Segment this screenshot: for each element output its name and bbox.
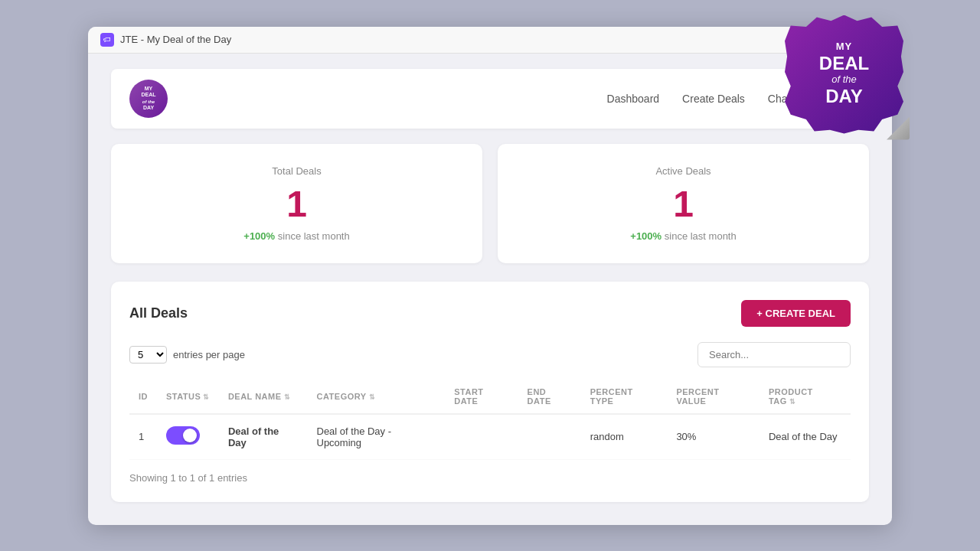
active-deals-value: 1 xyxy=(521,186,846,223)
badge-line4: DAY xyxy=(819,86,869,107)
badge-shape: MY DEAL of the DAY xyxy=(785,15,903,134)
cell-product-tag: Deal of the Day xyxy=(760,414,851,460)
col-deal-name[interactable]: DEAL NAME⇅ xyxy=(219,380,308,414)
cell-start-date xyxy=(445,414,518,460)
col-percent-type: PERCENT TYPE xyxy=(581,380,668,414)
cell-percent-value: 30% xyxy=(667,414,760,460)
total-deals-value: 1 xyxy=(134,186,459,223)
showing-entries: Showing 1 to 1 of 1 entries xyxy=(129,472,851,484)
badge-line3: of the xyxy=(819,74,869,86)
badge-overlay: MY DEAL of the DAY xyxy=(785,15,903,134)
status-toggle[interactable] xyxy=(166,426,200,445)
col-id: ID xyxy=(129,380,157,414)
col-end-date: END DATE xyxy=(518,380,581,414)
active-deals-suffix: since last month xyxy=(665,230,737,242)
deals-header: All Deals + CREATE DEAL xyxy=(129,300,851,327)
total-deals-change: +100% since last month xyxy=(134,230,459,242)
total-deals-label: Total Deals xyxy=(134,165,459,177)
cell-id: 1 xyxy=(129,414,157,460)
col-product-tag[interactable]: PRODUCT TAG⇅ xyxy=(760,380,851,414)
total-deals-percent: +100% xyxy=(243,230,275,242)
create-deal-button[interactable]: + CREATE DEAL xyxy=(741,300,851,327)
title-bar-text: JTE - My Deal of the Day xyxy=(120,34,231,45)
active-deals-change: +100% since last month xyxy=(521,230,846,242)
product-tag-sort-icon: ⇅ xyxy=(789,398,796,406)
col-status[interactable]: STATUS⇅ xyxy=(157,380,219,414)
total-deals-suffix: since last month xyxy=(278,230,350,242)
deals-title: All Deals xyxy=(129,305,188,321)
entries-per-page-select[interactable]: 5 10 25 xyxy=(129,346,167,364)
badge-line2: DEAL xyxy=(819,53,869,74)
cell-category: Deal of the Day - Upcoming xyxy=(308,414,446,460)
active-deals-label: Active Deals xyxy=(521,165,846,177)
badge-line1: MY xyxy=(819,41,869,53)
col-percent-value: PERCENT VALUE xyxy=(667,380,760,414)
title-bar: 🏷 JTE - My Deal of the Day xyxy=(88,27,892,54)
category-sort-icon: ⇅ xyxy=(369,393,376,401)
col-category[interactable]: CATEGORY⇅ xyxy=(308,380,446,414)
active-deals-percent: +100% xyxy=(630,230,662,242)
entries-per-page-label: entries per page xyxy=(173,349,245,360)
cell-end-date xyxy=(518,414,581,460)
toggle-switch[interactable] xyxy=(166,426,200,445)
badge-text: MY DEAL of the DAY xyxy=(819,41,869,106)
nav-link-dashboard[interactable]: Dashboard xyxy=(607,93,660,105)
table-header: ID STATUS⇅ DEAL NAME⇅ CATEGORY⇅ START DA… xyxy=(129,380,851,414)
deals-section: All Deals + CREATE DEAL 5 10 25 entries … xyxy=(111,282,869,502)
deals-table: ID STATUS⇅ DEAL NAME⇅ CATEGORY⇅ START DA… xyxy=(129,380,851,460)
cell-deal-name: Deal of the Day xyxy=(219,414,308,460)
logo-area: MYDEALof theDAY xyxy=(129,80,168,118)
total-deals-card: Total Deals 1 +100% since last month xyxy=(111,144,482,263)
logo-badge: MYDEALof theDAY xyxy=(129,80,168,118)
stats-row: Total Deals 1 +100% since last month Act… xyxy=(111,144,869,263)
cell-percent-type: random xyxy=(581,414,668,460)
search-input[interactable] xyxy=(697,342,851,367)
table-body: 1 Deal of the Day Deal of the Day - Upco… xyxy=(129,414,851,460)
entries-control: 5 10 25 entries per page xyxy=(129,346,245,364)
active-deals-card: Active Deals 1 +100% since last month xyxy=(498,144,869,263)
cell-status[interactable] xyxy=(157,414,219,460)
deal-name-sort-icon: ⇅ xyxy=(284,393,291,401)
col-start-date: START DATE xyxy=(445,380,518,414)
badge-curl xyxy=(887,117,910,140)
table-row: 1 Deal of the Day Deal of the Day - Upco… xyxy=(129,414,851,460)
app-icon: 🏷 xyxy=(100,33,114,47)
status-sort-icon: ⇅ xyxy=(203,393,210,401)
navbar: MYDEALof theDAY Dashboard Create Deals C… xyxy=(111,69,869,129)
table-controls: 5 10 25 entries per page xyxy=(129,342,851,367)
nav-link-create-deals[interactable]: Create Deals xyxy=(682,93,745,105)
